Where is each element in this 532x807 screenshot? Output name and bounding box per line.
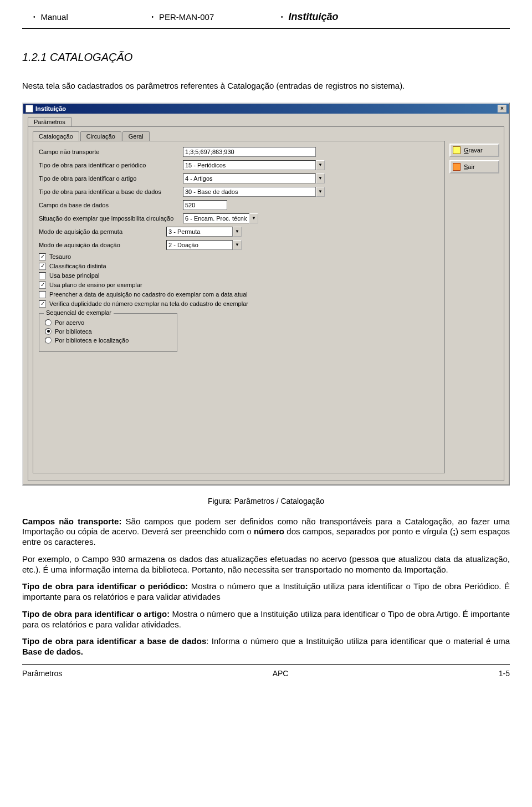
select-tipo-artigo[interactable] xyxy=(183,173,316,183)
section-title: 1.2.1 CATALOGAÇÃO xyxy=(22,51,510,64)
save-button[interactable]: Gravar xyxy=(449,144,499,157)
checkbox-label: Tesauro xyxy=(49,253,71,260)
tab-geral[interactable]: Geral xyxy=(122,131,150,141)
chevron-down-icon[interactable]: ▼ xyxy=(233,240,242,250)
label-tipo-artigo: Tipo de obra para identificar o artigo xyxy=(39,175,183,182)
select-tipo-base[interactable] xyxy=(183,187,316,197)
header-code: PER-MAN-007 xyxy=(159,12,270,22)
checkbox[interactable]: ✓ xyxy=(39,263,46,270)
checkbox-label: Usa plano de ensino por exemplar xyxy=(49,282,142,288)
checkbox[interactable] xyxy=(39,272,46,279)
label-tipo-periodico: Tipo de obra para identificar o periódic… xyxy=(39,162,183,168)
radio-label: Por biblioteca e localização xyxy=(55,337,129,344)
checkbox-label: Preencher a data de aquisição no cadastr… xyxy=(49,291,248,298)
titlebar: Instituição × xyxy=(23,104,509,114)
checkbox[interactable] xyxy=(39,291,46,298)
input-campo-base[interactable] xyxy=(183,200,227,210)
p1-lead: Campos não transporte: xyxy=(22,517,121,526)
header-institution: Instituição xyxy=(289,11,339,23)
checkbox-row: ✓Usa plano de ensino por exemplar xyxy=(39,282,439,289)
p2: Por exemplo, o Campo 930 armazena os dad… xyxy=(22,554,510,575)
label-modo-permuta: Modo de aquisição da permuta xyxy=(39,228,166,235)
p5-lead: Tipo de obra para identificar a base de … xyxy=(22,636,206,646)
select-tipo-periodico[interactable] xyxy=(183,160,316,170)
select-situacao-circ[interactable] xyxy=(183,213,249,223)
tab-parametros[interactable]: Parâmetros xyxy=(28,117,71,126)
chevron-down-icon[interactable]: ▼ xyxy=(316,173,325,183)
chevron-down-icon[interactable]: ▼ xyxy=(249,213,258,223)
select-modo-doacao[interactable] xyxy=(166,240,233,250)
intro-text: Nesta tela são cadastrados os parâmetros… xyxy=(22,80,510,91)
radio-row: Por biblioteca xyxy=(45,328,171,335)
checkbox-label: Verifica duplicidade do número exemplar … xyxy=(49,300,248,307)
input-campo-nao-transporte[interactable] xyxy=(183,147,316,157)
p3-lead: Tipo de obra para identificar o periódic… xyxy=(22,581,188,591)
label-modo-doacao: Modo de aquisição da doação xyxy=(39,242,166,248)
checkbox[interactable]: ✓ xyxy=(39,253,46,261)
exit-icon xyxy=(453,163,461,171)
radio-label: Por acervo xyxy=(55,319,84,326)
checkbox-row: ✓Verifica duplicidade do número exemplar… xyxy=(39,300,439,308)
checkbox-row: Preencher a data de aquisição no cadastr… xyxy=(39,291,439,298)
body-text: Campos não transporte: São campos que po… xyxy=(22,517,510,657)
radio[interactable] xyxy=(45,337,52,344)
footer-left: Parâmetros xyxy=(22,669,62,678)
tab-catalogacao[interactable]: Catalogação xyxy=(33,131,79,141)
footer: Parâmetros APC 1-5 xyxy=(22,667,510,689)
radio[interactable] xyxy=(45,319,52,326)
radio[interactable] xyxy=(45,328,52,335)
chevron-down-icon[interactable]: ▼ xyxy=(316,160,325,170)
radio-label: Por biblioteca xyxy=(55,328,92,335)
doc-header: • Manual • PER-MAN-007 • Instituição xyxy=(22,11,510,23)
checkbox-label: Classificação distinta xyxy=(49,263,106,269)
checkbox[interactable]: ✓ xyxy=(39,300,46,308)
chevron-down-icon[interactable]: ▼ xyxy=(233,227,242,237)
label-situacao-circ: Situação do exemplar que impossibilita c… xyxy=(39,215,183,222)
checkbox[interactable]: ✓ xyxy=(39,282,46,289)
select-modo-permuta[interactable] xyxy=(166,227,233,237)
window-title: Instituição xyxy=(35,105,498,112)
checkbox-row: ✓Classificação distinta xyxy=(39,263,439,270)
p4-lead: Tipo de obra para identificar o artigo: xyxy=(22,609,170,619)
chevron-down-icon[interactable]: ▼ xyxy=(316,187,325,197)
header-manual: Manual xyxy=(41,12,141,22)
tab-circulacao[interactable]: Circulação xyxy=(80,131,121,141)
checkbox-row: ✓Tesauro xyxy=(39,253,439,261)
checkbox-row: Usa base principal xyxy=(39,272,439,279)
fieldset-sequencial: Sequencial de exemplar Por acervoPor bib… xyxy=(39,313,177,352)
figure-caption: Figura: Parâmetros / Catalogação xyxy=(22,497,510,505)
label-tipo-base: Tipo de obra para identificar a base de … xyxy=(39,188,183,195)
checkbox-label: Usa base principal xyxy=(49,272,100,279)
app-window: Instituição × Parâmetros Catalogação Cir… xyxy=(22,103,510,486)
app-icon xyxy=(25,105,33,113)
radio-row: Por biblioteca e localização xyxy=(45,337,171,344)
footer-center: APC xyxy=(273,669,289,678)
save-icon xyxy=(453,146,461,154)
label-campo-nao-transporte: Campo não transporte xyxy=(39,149,183,155)
footer-right: 1-5 xyxy=(499,669,510,678)
close-icon[interactable]: × xyxy=(498,105,507,113)
exit-button[interactable]: Sair xyxy=(449,160,499,173)
radio-row: Por acervo xyxy=(45,319,171,326)
legend-sequencial: Sequencial de exemplar xyxy=(44,309,114,316)
label-campo-base: Campo da base de dados xyxy=(39,202,183,208)
